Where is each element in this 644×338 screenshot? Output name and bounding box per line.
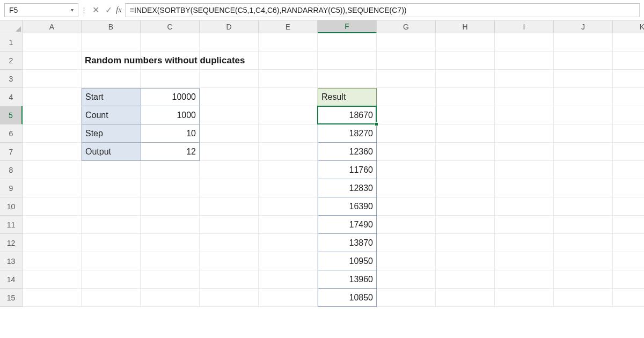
cell-C1[interactable] (141, 33, 200, 52)
cell-K14[interactable] (613, 270, 644, 289)
cell-F3[interactable] (318, 70, 377, 88)
cell-F9[interactable]: 12830 (318, 179, 377, 197)
cell-E11[interactable] (259, 216, 318, 234)
formula-input[interactable]: =INDEX(SORTBY(SEQUENCE(C5,1,C4,C6),RANDA… (125, 3, 640, 17)
cell-K7[interactable] (613, 143, 644, 161)
cell-K6[interactable] (613, 124, 644, 143)
cell-G3[interactable] (377, 70, 436, 88)
cell-H1[interactable] (436, 33, 495, 52)
cell-I11[interactable] (495, 216, 554, 234)
cell-B1[interactable] (82, 33, 141, 52)
cell-D6[interactable] (200, 124, 259, 143)
cell-J2[interactable] (554, 52, 613, 70)
cell-K3[interactable] (613, 70, 644, 88)
cell-B15[interactable] (82, 289, 141, 307)
cell-C11[interactable] (141, 216, 200, 234)
cell-H15[interactable] (436, 289, 495, 307)
cell-I7[interactable] (495, 143, 554, 161)
cell-E7[interactable] (259, 143, 318, 161)
cell-I6[interactable] (495, 124, 554, 143)
cell-A7[interactable] (23, 143, 82, 161)
cell-J10[interactable] (554, 197, 613, 216)
cell-F15[interactable]: 10850 (318, 289, 377, 307)
cell-J6[interactable] (554, 124, 613, 143)
cell-G5[interactable] (377, 106, 436, 124)
cell-K10[interactable] (613, 197, 644, 216)
fill-handle[interactable] (375, 122, 378, 126)
column-header-B[interactable]: B (82, 20, 141, 33)
row-header-14[interactable]: 14 (0, 270, 23, 289)
cell-A1[interactable] (23, 33, 82, 52)
cell-F1[interactable] (318, 33, 377, 52)
row-header-13[interactable]: 13 (0, 252, 23, 270)
cell-J12[interactable] (554, 234, 613, 252)
cell-D5[interactable] (200, 106, 259, 124)
cell-A14[interactable] (23, 270, 82, 289)
column-header-D[interactable]: D (200, 20, 259, 33)
cell-G11[interactable] (377, 216, 436, 234)
cell-J9[interactable] (554, 179, 613, 197)
cell-I13[interactable] (495, 252, 554, 270)
cell-C4[interactable]: 10000 (141, 88, 200, 106)
column-header-J[interactable]: J (554, 20, 613, 33)
cell-A3[interactable] (23, 70, 82, 88)
cell-E6[interactable] (259, 124, 318, 143)
cell-K4[interactable] (613, 88, 644, 106)
cell-B9[interactable] (82, 179, 141, 197)
cell-E2[interactable] (259, 52, 318, 70)
cell-A2[interactable] (23, 52, 82, 70)
enter-button[interactable]: ✓ (102, 4, 115, 17)
cell-C3[interactable] (141, 70, 200, 88)
cell-I4[interactable] (495, 88, 554, 106)
cell-K2[interactable] (613, 52, 644, 70)
cell-D11[interactable] (200, 216, 259, 234)
cell-H4[interactable] (436, 88, 495, 106)
cell-H7[interactable] (436, 143, 495, 161)
row-header-12[interactable]: 12 (0, 234, 23, 252)
cell-K1[interactable] (613, 33, 644, 52)
cell-K15[interactable] (613, 289, 644, 307)
cell-K12[interactable] (613, 234, 644, 252)
cell-D4[interactable] (200, 88, 259, 106)
cell-B14[interactable] (82, 270, 141, 289)
cell-F12[interactable]: 13870 (318, 234, 377, 252)
row-header-4[interactable]: 4 (0, 88, 23, 106)
cell-B3[interactable] (82, 70, 141, 88)
cell-A12[interactable] (23, 234, 82, 252)
cell-E8[interactable] (259, 161, 318, 179)
cell-H12[interactable] (436, 234, 495, 252)
cell-D1[interactable] (200, 33, 259, 52)
cell-G7[interactable] (377, 143, 436, 161)
cell-G4[interactable] (377, 88, 436, 106)
cell-A4[interactable] (23, 88, 82, 106)
column-header-G[interactable]: G (377, 20, 436, 33)
cell-H10[interactable] (436, 197, 495, 216)
cell-C5[interactable]: 1000 (141, 106, 200, 124)
cell-J8[interactable] (554, 161, 613, 179)
cell-F5[interactable]: 18670 (318, 106, 377, 124)
cell-J4[interactable] (554, 88, 613, 106)
cell-B8[interactable] (82, 161, 141, 179)
cell-I15[interactable] (495, 289, 554, 307)
cell-C6[interactable]: 10 (141, 124, 200, 143)
cell-H5[interactable] (436, 106, 495, 124)
column-header-I[interactable]: I (495, 20, 554, 33)
cell-E14[interactable] (259, 270, 318, 289)
cell-I12[interactable] (495, 234, 554, 252)
cell-C14[interactable] (141, 270, 200, 289)
cell-C13[interactable] (141, 252, 200, 270)
cell-A11[interactable] (23, 216, 82, 234)
cell-B12[interactable] (82, 234, 141, 252)
cell-D3[interactable] (200, 70, 259, 88)
row-header-2[interactable]: 2 (0, 52, 23, 70)
cell-J7[interactable] (554, 143, 613, 161)
cell-G13[interactable] (377, 252, 436, 270)
cell-D15[interactable] (200, 289, 259, 307)
cell-B13[interactable] (82, 252, 141, 270)
cell-D9[interactable] (200, 179, 259, 197)
column-header-H[interactable]: H (436, 20, 495, 33)
cell-A15[interactable] (23, 289, 82, 307)
cell-H3[interactable] (436, 70, 495, 88)
column-header-E[interactable]: E (259, 20, 318, 33)
cell-I1[interactable] (495, 33, 554, 52)
